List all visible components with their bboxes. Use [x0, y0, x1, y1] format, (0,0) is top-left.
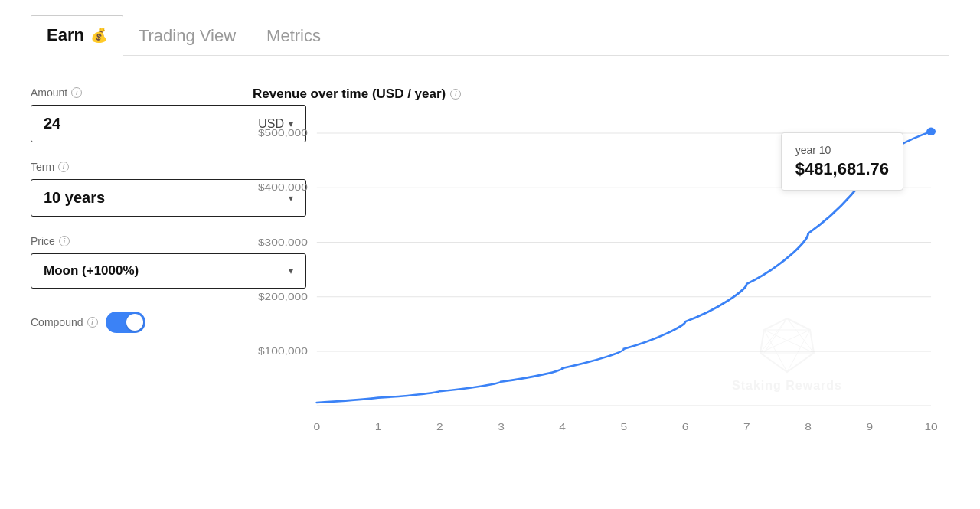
chart-panel: Revenue over time (USD / year) i year 10… [253, 79, 949, 454]
left-panel: Amount i 24 USD ▾ Term i 10 [31, 79, 222, 333]
chart-title: Revenue over time (USD / year) i [253, 86, 949, 102]
watermark-text: Staking Rewards [732, 379, 842, 393]
svg-text:$200,000: $200,000 [258, 291, 308, 302]
price-value: Moon (+1000%) [44, 263, 139, 279]
trading-view-label: Trading View [139, 26, 236, 46]
amount-field-group: Amount i 24 USD ▾ [31, 86, 222, 142]
svg-point-33 [926, 128, 936, 135]
svg-marker-0 [760, 318, 814, 372]
compound-label: Compound i [31, 316, 98, 328]
svg-text:9: 9 [866, 420, 873, 432]
svg-text:10: 10 [924, 420, 937, 432]
watermark: Staking Rewards [732, 315, 842, 393]
term-info-icon[interactable]: i [58, 162, 69, 172]
svg-text:8: 8 [805, 420, 812, 432]
term-label: Term i [31, 161, 222, 173]
svg-text:2: 2 [436, 420, 443, 432]
tab-metrics[interactable]: Metrics [251, 17, 336, 55]
price-field-group: Price i Moon (+1000%) ▾ [31, 235, 222, 289]
price-label: Price i [31, 235, 222, 247]
svg-line-2 [787, 318, 810, 330]
compound-row: Compound i [31, 312, 222, 333]
svg-text:3: 3 [498, 420, 505, 432]
tab-bar: Earn 💰 Trading View Metrics [31, 15, 949, 56]
svg-text:7: 7 [743, 420, 750, 432]
svg-line-10 [787, 330, 810, 372]
chart-tooltip: year 10 $481,681.76 [781, 132, 903, 191]
price-info-icon[interactable]: i [59, 236, 70, 246]
amount-info-icon[interactable]: i [71, 87, 82, 98]
term-field-group: Term i 10 years ▾ [31, 161, 222, 217]
svg-text:4: 4 [559, 420, 566, 432]
watermark-icon [756, 315, 818, 376]
svg-text:0: 0 [313, 420, 320, 432]
toggle-knob [126, 314, 143, 331]
svg-text:5: 5 [621, 420, 628, 432]
earn-label: Earn [47, 25, 84, 45]
svg-text:$500,000: $500,000 [258, 127, 308, 139]
compound-info-icon[interactable]: i [87, 317, 98, 328]
svg-line-7 [760, 330, 810, 353]
svg-text:1: 1 [375, 420, 382, 432]
amount-value: 24 [44, 115, 60, 132]
chart-wrapper: year 10 $481,681.76 [253, 117, 949, 454]
amount-label: Amount i [31, 86, 222, 99]
svg-text:6: 6 [682, 420, 689, 432]
metrics-label: Metrics [266, 26, 321, 46]
svg-text:$300,000: $300,000 [258, 237, 308, 248]
term-value: 10 years [44, 189, 105, 207]
tab-trading-view[interactable]: Trading View [123, 17, 251, 55]
svg-text:$400,000: $400,000 [258, 181, 308, 193]
compound-toggle[interactable] [106, 312, 145, 333]
svg-text:$100,000: $100,000 [258, 345, 308, 357]
tooltip-value: $481,681.76 [795, 159, 889, 179]
tooltip-year: year 10 [795, 144, 889, 156]
tab-earn[interactable]: Earn 💰 [31, 15, 123, 56]
chart-info-icon[interactable]: i [450, 89, 461, 100]
earn-icon: 💰 [90, 27, 107, 44]
